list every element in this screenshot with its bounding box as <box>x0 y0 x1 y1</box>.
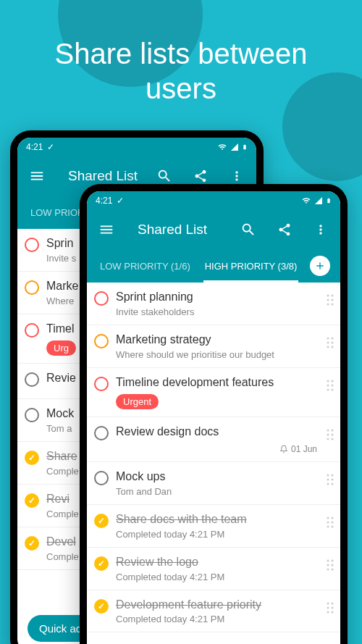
task-subtitle: Where should we prioritise our budget <box>116 349 317 360</box>
task-row[interactable]: Development feature priorityCompleted to… <box>87 590 340 633</box>
svg-point-63 <box>332 384 334 386</box>
task-row[interactable]: Sprint planningInvite stakeholders <box>87 283 340 325</box>
task-row[interactable]: Share docs with the teamCompleted today … <box>87 505 340 548</box>
task-checkbox-done[interactable] <box>94 599 109 614</box>
task-checkbox[interactable] <box>94 377 109 391</box>
drag-handle[interactable] <box>324 290 336 310</box>
drag-handle[interactable] <box>324 598 336 618</box>
task-title: Sprint planning <box>116 290 317 305</box>
svg-point-93 <box>332 606 334 609</box>
svg-point-83 <box>332 525 334 527</box>
task-checkbox-done[interactable] <box>25 493 39 508</box>
app-title: Shared List <box>138 222 226 238</box>
tabs: LOW PRIORITY (1/6) HIGH PRIORITY (3/8) <box>87 249 340 283</box>
svg-point-90 <box>327 602 329 604</box>
svg-point-48 <box>327 295 329 297</box>
svg-point-58 <box>327 346 329 348</box>
task-checkbox[interactable] <box>94 471 109 485</box>
task-row[interactable]: Review the logoCompleted today 4:21 PM <box>87 548 340 590</box>
svg-point-80 <box>327 521 329 523</box>
task-title: Share docs with the team <box>116 512 317 527</box>
task-title: Mock ups <box>116 469 317 485</box>
svg-point-72 <box>327 474 329 477</box>
status-time: 4:21 <box>26 142 43 152</box>
task-row[interactable]: Mock upsTom and Dan <box>87 462 340 505</box>
task-title: Review design docs <box>116 425 317 440</box>
svg-point-79 <box>332 517 334 519</box>
task-checkbox[interactable] <box>25 280 39 295</box>
task-title: Review the logo <box>116 555 317 570</box>
svg-point-56 <box>327 341 329 343</box>
task-checkbox-done[interactable] <box>94 556 109 571</box>
headline: Share lists between users <box>0 0 362 120</box>
signal-icon <box>230 143 239 151</box>
drag-icon <box>326 427 334 442</box>
task-row[interactable]: Review design docs01 Jun <box>87 417 340 462</box>
task-checkbox[interactable] <box>94 334 109 348</box>
overflow-button[interactable] <box>307 216 334 243</box>
tab-high-priority[interactable]: HIGH PRIORITY (3/8) <box>198 249 305 283</box>
svg-point-88 <box>327 568 329 570</box>
svg-point-68 <box>327 434 329 436</box>
search-icon <box>240 222 256 238</box>
menu-button[interactable] <box>23 162 51 190</box>
task-subtitle: Completed today 4:21 PM <box>116 572 317 582</box>
menu-button[interactable] <box>93 216 120 243</box>
more-vert-icon <box>313 222 328 237</box>
svg-point-92 <box>327 606 329 609</box>
drag-handle[interactable] <box>324 425 336 445</box>
svg-point-85 <box>332 559 334 561</box>
urgent-tag: Urg <box>46 340 76 356</box>
task-checkbox[interactable] <box>25 372 39 387</box>
task-checkbox[interactable] <box>25 408 39 422</box>
add-button[interactable] <box>310 256 330 276</box>
svg-point-91 <box>332 602 334 604</box>
svg-point-64 <box>327 388 329 390</box>
search-button[interactable] <box>235 216 262 243</box>
svg-point-51 <box>332 299 334 301</box>
task-checkbox-done[interactable] <box>25 451 39 465</box>
status-bar: 4:21 ✓ <box>87 191 340 210</box>
svg-point-89 <box>332 568 334 570</box>
svg-point-77 <box>332 483 334 485</box>
task-row[interactable]: Marketing strategyWhere should we priori… <box>87 325 340 368</box>
status-time: 4:21 <box>96 196 112 206</box>
drag-handle[interactable] <box>324 375 336 396</box>
svg-point-74 <box>327 479 329 481</box>
more-vert-icon <box>230 169 244 183</box>
task-row[interactable]: Timeline development featuresUrgent <box>87 368 340 418</box>
svg-point-49 <box>332 295 334 297</box>
task-checkbox-done[interactable] <box>94 514 109 528</box>
search-icon <box>156 168 172 184</box>
task-checkbox[interactable] <box>94 426 109 440</box>
drag-handle[interactable] <box>324 469 336 490</box>
svg-point-78 <box>327 517 329 519</box>
tab-low-priority[interactable]: LOW PRIORITY (1/6) <box>93 249 198 283</box>
status-check-icon: ✓ <box>47 142 54 152</box>
task-reminder: 01 Jun <box>116 444 317 454</box>
drag-icon <box>326 558 334 572</box>
battery-icon <box>326 196 332 206</box>
svg-point-86 <box>327 564 329 566</box>
svg-point-70 <box>327 438 329 440</box>
task-checkbox[interactable] <box>25 238 39 252</box>
drag-icon <box>326 378 334 393</box>
status-icons <box>217 142 248 152</box>
svg-point-61 <box>332 380 334 382</box>
task-checkbox-done[interactable] <box>25 536 39 551</box>
bell-icon <box>279 445 288 453</box>
drag-handle[interactable] <box>324 555 336 575</box>
svg-point-59 <box>332 346 334 348</box>
svg-point-54 <box>327 337 329 339</box>
task-checkbox[interactable] <box>25 323 39 338</box>
drag-icon <box>326 601 334 615</box>
svg-point-69 <box>332 434 334 436</box>
svg-point-55 <box>332 337 334 339</box>
task-subtitle: Completed today 4:21 PM <box>116 529 317 540</box>
task-subtitle: Tom and Dan <box>116 486 317 497</box>
task-checkbox[interactable] <box>94 291 109 306</box>
drag-handle[interactable] <box>324 512 336 532</box>
share-button[interactable] <box>271 216 298 243</box>
svg-point-73 <box>332 474 334 477</box>
drag-handle[interactable] <box>324 333 336 353</box>
